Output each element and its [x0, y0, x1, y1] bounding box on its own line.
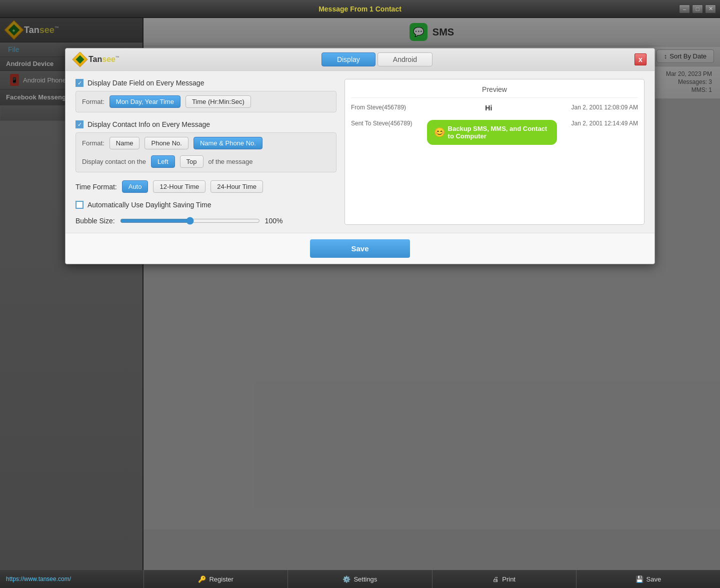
- time-btn-24h[interactable]: 24-Hour Time: [210, 180, 263, 193]
- time-btn-auto[interactable]: Auto: [122, 180, 148, 193]
- date-format-label: Format:: [82, 98, 104, 105]
- settings-modal: Tansee™ Display Android x ✓ D: [65, 48, 655, 264]
- display-contact-section: ✓ Display Contact Info on Every Message …: [76, 120, 336, 172]
- display-date-checkbox-row: ✓ Display Date Field on Every Message: [76, 79, 336, 87]
- preview-title: Preview: [351, 85, 638, 98]
- register-icon: 🔑: [198, 576, 206, 583]
- daylight-checkbox[interactable]: [76, 201, 84, 209]
- maximize-button[interactable]: □: [692, 4, 703, 13]
- position-btn-top[interactable]: Top: [180, 155, 204, 168]
- modal-footer: Save: [66, 233, 654, 264]
- format-btn-name-phone[interactable]: Name & Phone No.: [194, 137, 262, 149]
- save-button[interactable]: Save: [310, 239, 410, 258]
- format-btn-name[interactable]: Name: [110, 137, 140, 149]
- display-contact-label: Display Contact Info on Every Message: [88, 120, 210, 128]
- minimize-button[interactable]: –: [679, 4, 690, 13]
- modal-left-panel: ✓ Display Date Field on Every Message Fo…: [76, 79, 336, 225]
- daylight-label: Automatically Use Daylight Saving Time: [88, 201, 211, 209]
- save-icon: 💾: [636, 576, 644, 583]
- print-button[interactable]: 🖨 Print: [432, 570, 576, 588]
- modal-close-button[interactable]: x: [634, 53, 646, 65]
- settings-button[interactable]: ⚙️ Settings: [288, 570, 432, 588]
- window-title: Message From 1 Contact: [318, 5, 402, 13]
- time-btn-12h[interactable]: 12-Hour Time: [153, 180, 206, 193]
- display-contact-checkbox-row: ✓ Display Contact Info on Every Message: [76, 120, 336, 128]
- footer-buttons: 🔑 Register ⚙️ Settings 🖨 Print 💾 Save: [144, 570, 720, 588]
- date-format-row: Format: Mon Day, Year Time Time (Hr:Min:…: [76, 91, 336, 112]
- modal-overlay: Tansee™ Display Android x ✓ D: [0, 18, 720, 570]
- register-button[interactable]: 🔑 Register: [144, 570, 288, 588]
- format-btn-mon-day[interactable]: Mon Day, Year Time: [110, 95, 180, 108]
- bubble-size-slider-container: [120, 217, 260, 225]
- position-btn-left[interactable]: Left: [151, 155, 175, 168]
- time-format-section: Time Format: Auto 12-Hour Time 24-Hour T…: [76, 180, 336, 193]
- time-format-label: Time Format:: [76, 183, 117, 191]
- display-contact-checkbox[interactable]: ✓: [76, 120, 84, 128]
- bubble-size-label: Bubble Size:: [76, 217, 115, 225]
- bubble-emoji: 😊: [434, 127, 445, 138]
- preview-sender-1: From Steve(456789): [351, 104, 406, 111]
- preview-bubble-2: 😊 Backup SMS, MMS, and Contact to Comput…: [427, 120, 557, 145]
- modal-header: Tansee™ Display Android x: [66, 48, 654, 71]
- display-date-label: Display Date Field on Every Message: [88, 79, 204, 87]
- save-footer-button[interactable]: 💾 Save: [576, 570, 720, 588]
- preview-text-1: Hi: [475, 104, 502, 112]
- bubble-size-slider[interactable]: [120, 217, 260, 225]
- contact-display-text2: of the message: [208, 158, 253, 165]
- preview-message-1: From Steve(456789) Hi Jan 2, 2001 12:08:…: [351, 104, 638, 112]
- modal-logo-text: Tansee™: [88, 55, 120, 64]
- print-icon: 🖨: [492, 576, 499, 583]
- modal-logo: Tansee™: [74, 53, 120, 66]
- preview-panel: Preview From Steve(456789) Hi Jan 2, 200…: [344, 79, 644, 225]
- modal-content-area: ✓ Display Date Field on Every Message Fo…: [76, 79, 644, 225]
- preview-message-2: Sent To Steve(456789) 😊 Backup SMS, MMS,…: [351, 120, 638, 145]
- footer-url: https://www.tansee.com/: [0, 576, 144, 583]
- bubble-size-value: 100%: [265, 217, 283, 225]
- format-btn-phone[interactable]: Phone No.: [144, 137, 188, 149]
- contact-position-row: Display contact on the Left Top of the m…: [82, 155, 252, 168]
- preview-sender-2: Sent To Steve(456789): [351, 120, 412, 127]
- bubble-text: Backup SMS, MMS, and Contact to Computer: [448, 125, 550, 140]
- tab-display[interactable]: Display: [322, 52, 376, 66]
- contact-display-text1: Display contact on the: [82, 158, 146, 165]
- settings-icon: ⚙️: [342, 576, 350, 583]
- format-btn-time-hr[interactable]: Time (Hr:Min:Sec): [186, 95, 251, 108]
- modal-tabs: Display Android: [120, 52, 634, 66]
- preview-time-2: Jan 2, 2001 12:14:49 AM: [572, 120, 638, 127]
- contact-format-label: Format:: [82, 139, 104, 147]
- contact-format-btns: Format: Name Phone No. Name & Phone No.: [82, 137, 262, 149]
- display-date-section: ✓ Display Date Field on Every Message Fo…: [76, 79, 336, 112]
- contact-format-row: Format: Name Phone No. Name & Phone No. …: [76, 132, 336, 172]
- modal-body: ✓ Display Date Field on Every Message Fo…: [66, 71, 654, 233]
- tab-android[interactable]: Android: [378, 52, 432, 66]
- window-controls: – □ ✕: [679, 4, 716, 13]
- bubble-size-section: Bubble Size: 100%: [76, 217, 336, 225]
- display-date-checkbox[interactable]: ✓: [76, 79, 84, 87]
- preview-time-1: Jan 2, 2001 12:08:09 AM: [572, 104, 638, 111]
- close-button[interactable]: ✕: [705, 4, 716, 13]
- daylight-saving-section: Automatically Use Daylight Saving Time: [76, 201, 336, 209]
- title-bar: Message From 1 Contact – □ ✕: [0, 0, 720, 18]
- footer: https://www.tansee.com/ 🔑 Register ⚙️ Se…: [0, 570, 720, 588]
